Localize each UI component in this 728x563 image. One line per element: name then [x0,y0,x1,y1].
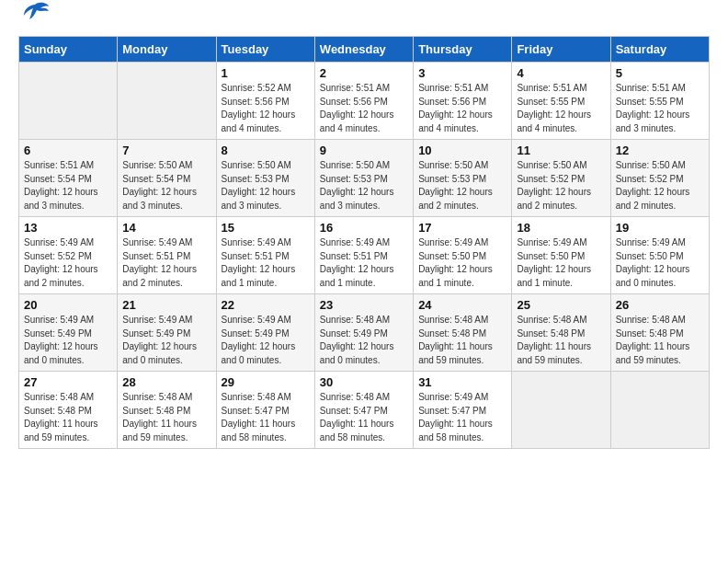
day-info: Sunrise: 5:49 AM Sunset: 5:51 PM Dayligh… [222,236,310,290]
day-number: 24 [418,298,506,312]
day-number: 14 [122,221,210,235]
day-number: 23 [320,298,408,312]
calendar-cell: 6Sunrise: 5:51 AM Sunset: 5:54 PM Daylig… [19,140,118,217]
calendar-cell: 9Sunrise: 5:50 AM Sunset: 5:53 PM Daylig… [314,140,413,217]
day-number: 6 [24,144,112,157]
logo [18,14,50,27]
day-number: 18 [517,221,605,235]
day-number: 10 [418,144,506,157]
calendar-week-row: 6Sunrise: 5:51 AM Sunset: 5:54 PM Daylig… [19,140,710,217]
day-info: Sunrise: 5:50 AM Sunset: 5:53 PM Dayligh… [222,159,310,213]
day-info: Sunrise: 5:50 AM Sunset: 5:54 PM Dayligh… [122,159,210,213]
weekday-header-friday: Friday [512,37,610,63]
day-info: Sunrise: 5:49 AM Sunset: 5:52 PM Dayligh… [24,236,112,290]
calendar-cell: 30Sunrise: 5:48 AM Sunset: 5:47 PM Dayli… [314,372,413,449]
day-info: Sunrise: 5:49 AM Sunset: 5:50 PM Dayligh… [418,236,506,290]
day-number: 12 [616,144,704,157]
calendar-cell: 4Sunrise: 5:51 AM Sunset: 5:55 PM Daylig… [512,63,610,140]
day-number: 1 [222,66,310,80]
calendar-cell: 11Sunrise: 5:50 AM Sunset: 5:52 PM Dayli… [512,140,610,217]
day-number: 4 [517,66,605,80]
calendar-cell [610,372,709,449]
day-number: 28 [122,375,210,389]
day-info: Sunrise: 5:51 AM Sunset: 5:55 PM Dayligh… [517,82,605,135]
day-info: Sunrise: 5:48 AM Sunset: 5:48 PM Dayligh… [517,314,605,367]
day-number: 8 [222,144,310,157]
day-number: 22 [222,298,310,312]
day-info: Sunrise: 5:50 AM Sunset: 5:52 PM Dayligh… [517,159,605,213]
day-number: 9 [320,144,408,157]
day-info: Sunrise: 5:48 AM Sunset: 5:47 PM Dayligh… [320,391,408,444]
calendar-cell [512,372,610,449]
calendar-cell: 14Sunrise: 5:49 AM Sunset: 5:51 PM Dayli… [118,217,216,294]
calendar-cell: 20Sunrise: 5:49 AM Sunset: 5:49 PM Dayli… [19,294,118,372]
day-number: 3 [418,66,506,80]
calendar-cell: 22Sunrise: 5:49 AM Sunset: 5:49 PM Dayli… [216,294,314,372]
weekday-header-wednesday: Wednesday [314,37,413,63]
calendar-cell: 7Sunrise: 5:50 AM Sunset: 5:54 PM Daylig… [118,140,216,217]
day-number: 29 [222,375,310,389]
page-container: SundayMondayTuesdayWednesdayThursdayFrid… [0,0,728,463]
calendar-cell: 2Sunrise: 5:51 AM Sunset: 5:56 PM Daylig… [314,63,413,140]
day-info: Sunrise: 5:49 AM Sunset: 5:49 PM Dayligh… [122,314,210,367]
calendar-cell: 3Sunrise: 5:51 AM Sunset: 5:56 PM Daylig… [414,63,512,140]
calendar-cell: 12Sunrise: 5:50 AM Sunset: 5:52 PM Dayli… [610,140,709,217]
day-info: Sunrise: 5:48 AM Sunset: 5:49 PM Dayligh… [320,314,408,367]
calendar-week-row: 13Sunrise: 5:49 AM Sunset: 5:52 PM Dayli… [19,217,710,294]
calendar-table: SundayMondayTuesdayWednesdayThursdayFrid… [18,36,710,449]
day-number: 25 [517,298,605,312]
day-number: 27 [24,375,112,389]
calendar-cell: 31Sunrise: 5:49 AM Sunset: 5:47 PM Dayli… [414,372,512,449]
day-number: 30 [320,375,408,389]
day-number: 17 [418,221,506,235]
header [18,14,710,27]
day-number: 16 [320,221,408,235]
weekday-header-saturday: Saturday [610,37,709,63]
calendar-cell: 26Sunrise: 5:48 AM Sunset: 5:48 PM Dayli… [610,294,709,372]
calendar-cell: 19Sunrise: 5:49 AM Sunset: 5:50 PM Dayli… [610,217,709,294]
day-info: Sunrise: 5:49 AM Sunset: 5:51 PM Dayligh… [122,236,210,290]
day-info: Sunrise: 5:48 AM Sunset: 5:48 PM Dayligh… [418,314,506,367]
calendar-cell: 1Sunrise: 5:52 AM Sunset: 5:56 PM Daylig… [216,63,314,140]
day-info: Sunrise: 5:51 AM Sunset: 5:56 PM Dayligh… [320,82,408,135]
calendar-cell: 23Sunrise: 5:48 AM Sunset: 5:49 PM Dayli… [314,294,413,372]
day-info: Sunrise: 5:49 AM Sunset: 5:47 PM Dayligh… [418,391,506,444]
day-info: Sunrise: 5:48 AM Sunset: 5:48 PM Dayligh… [24,391,112,444]
day-number: 15 [222,221,310,235]
calendar-week-row: 20Sunrise: 5:49 AM Sunset: 5:49 PM Dayli… [19,294,710,372]
weekday-header-tuesday: Tuesday [216,37,314,63]
day-info: Sunrise: 5:51 AM Sunset: 5:55 PM Dayligh… [616,82,704,135]
calendar-cell: 5Sunrise: 5:51 AM Sunset: 5:55 PM Daylig… [610,63,709,140]
day-info: Sunrise: 5:50 AM Sunset: 5:53 PM Dayligh… [418,159,506,213]
day-info: Sunrise: 5:51 AM Sunset: 5:54 PM Dayligh… [24,159,112,213]
calendar-cell [19,63,118,140]
weekday-header-sunday: Sunday [19,37,118,63]
day-number: 11 [517,144,605,157]
weekday-header-monday: Monday [118,37,216,63]
calendar-cell: 21Sunrise: 5:49 AM Sunset: 5:49 PM Dayli… [118,294,216,372]
day-info: Sunrise: 5:49 AM Sunset: 5:51 PM Dayligh… [320,236,408,290]
day-info: Sunrise: 5:48 AM Sunset: 5:48 PM Dayligh… [122,391,210,444]
day-number: 31 [418,375,506,389]
calendar-cell: 8Sunrise: 5:50 AM Sunset: 5:53 PM Daylig… [216,140,314,217]
calendar-cell: 27Sunrise: 5:48 AM Sunset: 5:48 PM Dayli… [19,372,118,449]
day-info: Sunrise: 5:49 AM Sunset: 5:50 PM Dayligh… [616,236,704,290]
calendar-cell: 25Sunrise: 5:48 AM Sunset: 5:48 PM Dayli… [512,294,610,372]
calendar-cell: 15Sunrise: 5:49 AM Sunset: 5:51 PM Dayli… [216,217,314,294]
day-info: Sunrise: 5:49 AM Sunset: 5:49 PM Dayligh… [222,314,310,367]
calendar-cell: 17Sunrise: 5:49 AM Sunset: 5:50 PM Dayli… [414,217,512,294]
day-number: 20 [24,298,112,312]
day-number: 5 [616,66,704,80]
calendar-cell [118,63,216,140]
calendar-week-row: 1Sunrise: 5:52 AM Sunset: 5:56 PM Daylig… [19,63,710,140]
calendar-cell: 10Sunrise: 5:50 AM Sunset: 5:53 PM Dayli… [414,140,512,217]
day-info: Sunrise: 5:50 AM Sunset: 5:53 PM Dayligh… [320,159,408,213]
calendar-cell: 28Sunrise: 5:48 AM Sunset: 5:48 PM Dayli… [118,372,216,449]
day-info: Sunrise: 5:49 AM Sunset: 5:49 PM Dayligh… [24,314,112,367]
calendar-cell: 16Sunrise: 5:49 AM Sunset: 5:51 PM Dayli… [314,217,413,294]
day-number: 19 [616,221,704,235]
day-number: 2 [320,66,408,80]
day-number: 21 [122,298,210,312]
weekday-header-thursday: Thursday [414,37,512,63]
day-info: Sunrise: 5:49 AM Sunset: 5:50 PM Dayligh… [517,236,605,290]
